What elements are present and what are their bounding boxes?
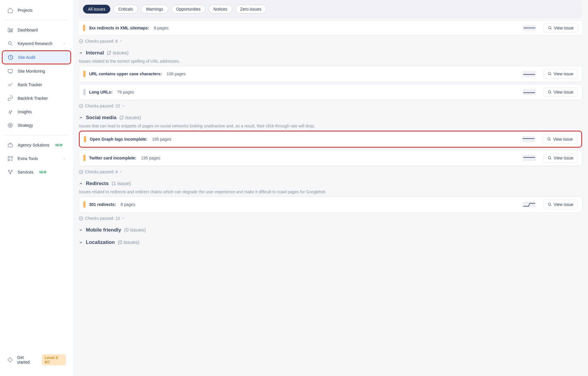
backlink-tracker-icon [7,95,14,102]
svg-point-25 [79,217,83,220]
svg-point-13 [8,170,9,171]
new-badge: NEW [55,144,63,147]
check-circle-icon [79,216,83,221]
sparkline [522,136,535,142]
site-audit-icon [7,54,14,61]
issue-row-highlighted[interactable]: Open Graph tags incomplete: 195 pages Vi… [79,131,582,148]
svg-rect-11 [11,157,13,158]
filter-warnings[interactable]: Warnings [141,5,168,14]
checks-passed-toggle[interactable]: Checks passed: 10 [79,216,582,221]
section-header[interactable]: Localization (0 issues) [79,239,582,245]
checks-passed-toggle[interactable]: Checks passed: 22 [79,104,582,108]
rank-tracker-icon [7,81,14,88]
services-icon [7,169,14,175]
issue-row[interactable]: Long URLs: 79 pages View issue [79,84,582,100]
sidebar-item-label: Services [18,170,34,174]
chevron-right-icon [62,157,66,160]
view-issue-button[interactable]: View issue [543,153,578,163]
check-circle-icon [79,104,83,108]
view-issue-button[interactable]: View issue [543,87,578,97]
sidebar-item-site-audit[interactable]: Site Audit [3,51,70,64]
svg-rect-10 [8,157,10,158]
sidebar-item-get-started[interactable]: Get started Level 2: 6/7 [2,351,71,368]
sidebar-item-services[interactable]: Services NEW [2,166,71,178]
svg-point-15 [10,173,11,174]
section-count: (0 issues) [118,239,139,245]
svg-point-24 [548,203,551,205]
sidebar-item-label: Insights [18,109,32,114]
sidebar-item-projects[interactable]: Projects [2,4,71,16]
diamond-icon [7,357,13,363]
checks-passed-toggle[interactable]: Checks passed: 6 [79,39,582,44]
severity-marker [83,71,86,77]
section-header[interactable]: Internal (2 issues) [79,50,582,56]
sidebar-item-label: Backlink Tracker [18,96,48,101]
section-header[interactable]: Social media (2 issues) [79,115,582,121]
sidebar-item-strategy[interactable]: Strategy [2,119,71,132]
view-issue-label: View issue [554,202,573,207]
issue-label: Long URLs: [89,90,112,94]
issue-row[interactable]: Twitter card incomplete: 195 pages View … [79,150,582,166]
sidebar-item-label: Agency Solutions [18,143,49,147]
section-title: Internal [86,50,104,56]
sidebar-item-rank-tracker[interactable]: Rank Tracker [2,79,71,91]
checks-passed-toggle[interactable]: Checks passed: 4 [79,169,582,174]
search-icon [548,90,552,94]
chevron-up-icon [79,51,83,55]
chevron-up-icon [79,116,83,120]
site-monitoring-icon [7,68,14,74]
svg-rect-0 [8,28,10,32]
issue-row[interactable]: 301 redirects: 8 pages View issue [79,197,582,212]
section-count: (1 issue) [111,181,131,187]
section-header[interactable]: Redirects (1 issue) [79,181,582,187]
view-issue-button[interactable]: View issue [544,23,578,33]
sidebar-item-label: Extra Tools [18,156,38,161]
checks-passed-label: Checks passed: 6 [85,39,118,44]
section-description: Issues that can lead to snippets of page… [79,124,582,128]
sidebar-item-agency-solutions[interactable]: Agency Solutions NEW [2,139,71,151]
issue-pages: 79 pages [117,90,134,94]
filter-notices[interactable]: Notices [209,5,232,14]
severity-marker [83,89,86,95]
filter-criticals[interactable]: Criticals [113,5,138,14]
filter-zero[interactable]: Zero issues [235,5,266,14]
view-issue-label: View issue [554,156,573,160]
view-issue-button[interactable]: View issue [543,134,577,144]
sidebar-item-label: Dashboard [18,28,38,32]
caret-down-icon [119,40,122,43]
section-title: Localization [86,239,115,245]
sidebar-item-extra-tools[interactable]: Extra Tools [2,152,71,165]
sidebar-item-backlink-tracker[interactable]: Backlink Tracker [2,92,71,104]
issue-pages: 195 pages [152,137,171,142]
severity-marker [84,136,86,142]
issue-row[interactable]: URL contains upper case characters: 108 … [79,66,582,82]
chevron-down-icon [79,228,83,232]
insights-icon [7,109,14,115]
filter-opportunities[interactable]: Opportunities [171,5,206,14]
sidebar-item-dashboard[interactable]: Dashboard [2,24,71,36]
sidebar-item-site-monitoring[interactable]: Site Monitoring [2,65,71,77]
sidebar-divider [4,135,69,135]
svg-point-8 [10,125,11,126]
filter-all-issues[interactable]: All issues [83,5,110,14]
sidebar-item-label: Rank Tracker [18,82,42,87]
sparkline [523,25,536,31]
svg-rect-5 [8,69,13,72]
issue-pages: 108 pages [166,71,186,76]
section-description: Issues related to redirects and redirect… [79,189,582,194]
home-icon [7,7,14,14]
svg-rect-2 [11,29,12,32]
svg-point-3 [8,41,11,44]
view-issue-button[interactable]: View issue [543,200,578,209]
view-issue-button[interactable]: View issue [543,69,578,79]
svg-point-16 [549,26,551,29]
section-localization: Localization (0 issues) [79,239,582,245]
search-icon [548,202,552,207]
sidebar-item-keyword-research[interactable]: Keyword Research [2,37,71,50]
issue-row[interactable]: 3xx redirects in XML sitemaps: 8 pages V… [79,21,582,35]
section-count: (2 issues) [119,115,141,121]
view-issue-label: View issue [554,26,574,30]
section-header[interactable]: Mobile friendly (0 issues) [79,227,582,233]
sidebar-item-insights[interactable]: Insights [2,106,71,118]
section-mobile-friendly: Mobile friendly (0 issues) [79,227,582,233]
